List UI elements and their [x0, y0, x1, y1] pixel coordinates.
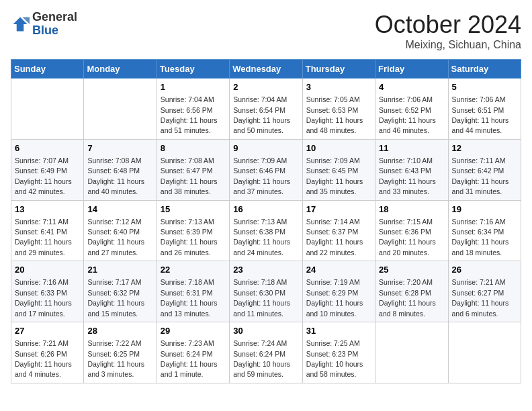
- day-info: Sunrise: 7:04 AM Sunset: 6:56 PM Dayligh…: [161, 95, 218, 134]
- day-info: Sunrise: 7:13 AM Sunset: 6:38 PM Dayligh…: [233, 218, 290, 257]
- calendar-day-27: 27Sunrise: 7:21 AM Sunset: 6:26 PM Dayli…: [11, 322, 84, 383]
- day-info: Sunrise: 7:23 AM Sunset: 6:24 PM Dayligh…: [161, 339, 218, 378]
- day-info: Sunrise: 7:18 AM Sunset: 6:30 PM Dayligh…: [233, 278, 290, 317]
- calendar-day-5: 5Sunrise: 7:06 AM Sunset: 6:51 PM Daylig…: [448, 79, 521, 140]
- day-number: 23: [233, 264, 298, 276]
- calendar-day-7: 7Sunrise: 7:08 AM Sunset: 6:48 PM Daylig…: [84, 139, 157, 200]
- calendar-table: SundayMondayTuesdayWednesdayThursdayFrid…: [11, 59, 521, 383]
- calendar-day-empty: [448, 322, 521, 383]
- logo-text: General Blue: [32, 11, 77, 38]
- day-info: Sunrise: 7:04 AM Sunset: 6:54 PM Dayligh…: [233, 95, 290, 134]
- calendar-day-26: 26Sunrise: 7:21 AM Sunset: 6:27 PM Dayli…: [448, 261, 521, 322]
- calendar-day-17: 17Sunrise: 7:14 AM Sunset: 6:37 PM Dayli…: [302, 200, 375, 261]
- day-number: 9: [233, 142, 298, 154]
- calendar-day-3: 3Sunrise: 7:05 AM Sunset: 6:53 PM Daylig…: [302, 79, 375, 140]
- day-number: 2: [233, 81, 298, 93]
- day-number: 25: [379, 264, 444, 276]
- day-info: Sunrise: 7:07 AM Sunset: 6:49 PM Dayligh…: [15, 156, 72, 195]
- calendar-day-6: 6Sunrise: 7:07 AM Sunset: 6:49 PM Daylig…: [11, 139, 84, 200]
- calendar-day-11: 11Sunrise: 7:10 AM Sunset: 6:43 PM Dayli…: [375, 139, 448, 200]
- day-info: Sunrise: 7:20 AM Sunset: 6:28 PM Dayligh…: [379, 278, 436, 317]
- title-block: October 2024 Meixing, Sichuan, China: [375, 11, 521, 51]
- day-number: 27: [15, 325, 80, 337]
- day-number: 4: [379, 81, 444, 93]
- calendar-day-25: 25Sunrise: 7:20 AM Sunset: 6:28 PM Dayli…: [375, 261, 448, 322]
- day-number: 7: [87, 142, 152, 154]
- calendar-week-row: 20Sunrise: 7:16 AM Sunset: 6:33 PM Dayli…: [11, 261, 521, 322]
- calendar-day-23: 23Sunrise: 7:18 AM Sunset: 6:30 PM Dayli…: [230, 261, 302, 322]
- weekday-header-tuesday: Tuesday: [157, 60, 229, 79]
- calendar-day-2: 2Sunrise: 7:04 AM Sunset: 6:54 PM Daylig…: [230, 79, 302, 140]
- day-info: Sunrise: 7:15 AM Sunset: 6:36 PM Dayligh…: [379, 218, 436, 257]
- day-number: 5: [452, 81, 517, 93]
- calendar-week-row: 27Sunrise: 7:21 AM Sunset: 6:26 PM Dayli…: [11, 322, 521, 383]
- calendar-day-31: 31Sunrise: 7:25 AM Sunset: 6:23 PM Dayli…: [302, 322, 375, 383]
- day-number: 11: [379, 142, 444, 154]
- weekday-header-row: SundayMondayTuesdayWednesdayThursdayFrid…: [11, 60, 521, 79]
- day-number: 24: [306, 264, 371, 276]
- calendar-day-12: 12Sunrise: 7:11 AM Sunset: 6:42 PM Dayli…: [448, 139, 521, 200]
- day-info: Sunrise: 7:16 AM Sunset: 6:34 PM Dayligh…: [452, 218, 509, 257]
- day-info: Sunrise: 7:19 AM Sunset: 6:29 PM Dayligh…: [306, 278, 363, 317]
- day-number: 1: [161, 81, 226, 93]
- day-number: 8: [161, 142, 226, 154]
- calendar-day-29: 29Sunrise: 7:23 AM Sunset: 6:24 PM Dayli…: [157, 322, 229, 383]
- day-info: Sunrise: 7:06 AM Sunset: 6:51 PM Dayligh…: [452, 95, 509, 134]
- weekday-header-saturday: Saturday: [448, 60, 521, 79]
- calendar-day-22: 22Sunrise: 7:18 AM Sunset: 6:31 PM Dayli…: [157, 261, 229, 322]
- calendar-day-21: 21Sunrise: 7:17 AM Sunset: 6:32 PM Dayli…: [84, 261, 157, 322]
- logo-icon: [11, 15, 30, 34]
- day-info: Sunrise: 7:13 AM Sunset: 6:39 PM Dayligh…: [161, 218, 218, 257]
- day-number: 18: [379, 203, 444, 216]
- day-number: 10: [306, 142, 371, 154]
- day-info: Sunrise: 7:10 AM Sunset: 6:43 PM Dayligh…: [379, 156, 436, 195]
- calendar-day-empty: [11, 79, 84, 140]
- calendar-week-row: 13Sunrise: 7:11 AM Sunset: 6:41 PM Dayli…: [11, 200, 521, 261]
- day-info: Sunrise: 7:21 AM Sunset: 6:27 PM Dayligh…: [452, 278, 509, 317]
- day-number: 21: [87, 264, 152, 276]
- calendar-day-empty: [375, 322, 448, 383]
- day-info: Sunrise: 7:08 AM Sunset: 6:48 PM Dayligh…: [87, 156, 144, 195]
- logo-general-text: General: [32, 10, 77, 24]
- calendar-day-4: 4Sunrise: 7:06 AM Sunset: 6:52 PM Daylig…: [375, 79, 448, 140]
- day-number: 15: [161, 203, 226, 216]
- calendar-day-24: 24Sunrise: 7:19 AM Sunset: 6:29 PM Dayli…: [302, 261, 375, 322]
- calendar-week-row: 6Sunrise: 7:07 AM Sunset: 6:49 PM Daylig…: [11, 139, 521, 200]
- day-info: Sunrise: 7:14 AM Sunset: 6:37 PM Dayligh…: [306, 218, 363, 257]
- day-number: 26: [452, 264, 517, 276]
- calendar-day-16: 16Sunrise: 7:13 AM Sunset: 6:38 PM Dayli…: [230, 200, 302, 261]
- day-info: Sunrise: 7:12 AM Sunset: 6:40 PM Dayligh…: [87, 218, 144, 257]
- calendar-day-18: 18Sunrise: 7:15 AM Sunset: 6:36 PM Dayli…: [375, 200, 448, 261]
- calendar-day-empty: [84, 79, 157, 140]
- weekday-header-friday: Friday: [375, 60, 448, 79]
- day-number: 12: [452, 142, 517, 154]
- day-number: 17: [306, 203, 371, 216]
- day-number: 20: [15, 264, 80, 276]
- day-number: 28: [87, 325, 152, 337]
- day-number: 3: [306, 81, 371, 93]
- day-number: 29: [161, 325, 226, 337]
- logo-blue-text: Blue: [32, 24, 58, 37]
- day-info: Sunrise: 7:11 AM Sunset: 6:41 PM Dayligh…: [15, 218, 72, 257]
- day-info: Sunrise: 7:17 AM Sunset: 6:32 PM Dayligh…: [87, 278, 144, 317]
- calendar-day-9: 9Sunrise: 7:09 AM Sunset: 6:46 PM Daylig…: [230, 139, 302, 200]
- weekday-header-sunday: Sunday: [11, 60, 84, 79]
- day-number: 13: [15, 203, 80, 216]
- day-info: Sunrise: 7:24 AM Sunset: 6:24 PM Dayligh…: [233, 339, 290, 378]
- calendar-day-20: 20Sunrise: 7:16 AM Sunset: 6:33 PM Dayli…: [11, 261, 84, 322]
- month-title: October 2024: [375, 11, 521, 39]
- calendar-day-13: 13Sunrise: 7:11 AM Sunset: 6:41 PM Dayli…: [11, 200, 84, 261]
- day-number: 22: [161, 264, 226, 276]
- day-info: Sunrise: 7:11 AM Sunset: 6:42 PM Dayligh…: [452, 156, 509, 195]
- page-header: General Blue October 2024 Meixing, Sichu…: [11, 11, 521, 51]
- day-info: Sunrise: 7:09 AM Sunset: 6:46 PM Dayligh…: [233, 156, 290, 195]
- weekday-header-monday: Monday: [84, 60, 157, 79]
- day-number: 19: [452, 203, 517, 216]
- calendar-day-28: 28Sunrise: 7:22 AM Sunset: 6:25 PM Dayli…: [84, 322, 157, 383]
- calendar-week-row: 1Sunrise: 7:04 AM Sunset: 6:56 PM Daylig…: [11, 79, 521, 140]
- day-info: Sunrise: 7:09 AM Sunset: 6:45 PM Dayligh…: [306, 156, 363, 195]
- day-number: 30: [233, 325, 298, 337]
- calendar-day-19: 19Sunrise: 7:16 AM Sunset: 6:34 PM Dayli…: [448, 200, 521, 261]
- logo: General Blue: [11, 11, 77, 38]
- day-number: 31: [306, 325, 371, 337]
